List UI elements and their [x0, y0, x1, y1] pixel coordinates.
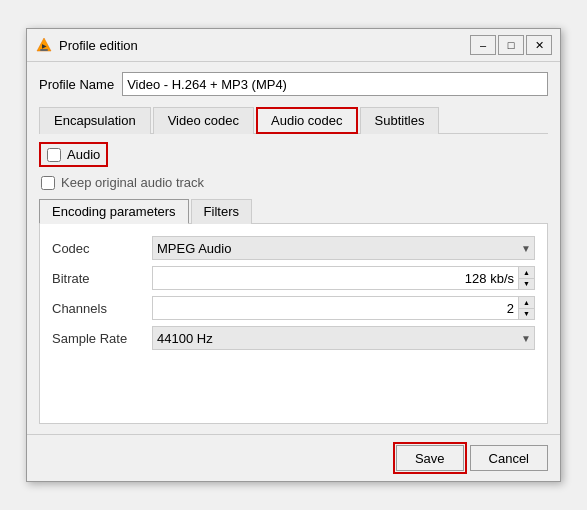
bottom-bar: Save Cancel	[27, 434, 560, 481]
channels-up-button[interactable]: ▲	[519, 297, 534, 308]
window-content: Profile Name Encapsulation Video codec A…	[27, 62, 560, 434]
profile-name-label: Profile Name	[39, 77, 114, 92]
channels-label: Channels	[52, 301, 152, 316]
codec-control: MPEG Audio MP3 AAC Vorbis FLAC ▼	[152, 236, 535, 260]
codec-row: Codec MPEG Audio MP3 AAC Vorbis FLAC ▼	[52, 234, 535, 262]
profile-name-input[interactable]	[122, 72, 548, 96]
profile-name-row: Profile Name	[39, 72, 548, 96]
channels-control: ▲ ▼	[152, 296, 535, 320]
channels-spinbox: ▲ ▼	[152, 296, 535, 320]
svg-text:▶: ▶	[42, 43, 47, 49]
title-bar: ▶ Profile edition – □ ✕	[27, 29, 560, 62]
bitrate-control: ▲ ▼	[152, 266, 535, 290]
channels-spinbox-btns: ▲ ▼	[518, 297, 534, 319]
main-tabs: Encapsulation Video codec Audio codec Su…	[39, 106, 548, 134]
bitrate-spinbox-btns: ▲ ▼	[518, 267, 534, 289]
vlc-icon: ▶	[35, 36, 53, 54]
minimize-button[interactable]: –	[470, 35, 496, 55]
keep-original-label: Keep original audio track	[61, 175, 204, 190]
audio-check-row: Audio	[39, 142, 108, 167]
keep-original-checkbox[interactable]	[41, 176, 55, 190]
audio-label: Audio	[67, 147, 100, 162]
sub-tab-encoding-params[interactable]: Encoding parameters	[39, 199, 189, 224]
channels-down-button[interactable]: ▼	[519, 308, 534, 320]
sample-rate-label: Sample Rate	[52, 331, 152, 346]
tab-encapsulation[interactable]: Encapsulation	[39, 107, 151, 134]
close-button[interactable]: ✕	[526, 35, 552, 55]
sub-tab-filters[interactable]: Filters	[191, 199, 252, 224]
bitrate-row: Bitrate ▲ ▼	[52, 264, 535, 292]
bitrate-label: Bitrate	[52, 271, 152, 286]
channels-input[interactable]	[153, 297, 518, 319]
tab-audio-codec[interactable]: Audio codec	[256, 107, 358, 134]
bitrate-up-button[interactable]: ▲	[519, 267, 534, 278]
sample-rate-row: Sample Rate 8000 Hz 11025 Hz 22050 Hz 44…	[52, 324, 535, 352]
codec-label: Codec	[52, 241, 152, 256]
sub-tabs: Encoding parameters Filters	[39, 198, 548, 224]
tab-video-codec[interactable]: Video codec	[153, 107, 254, 134]
bitrate-down-button[interactable]: ▼	[519, 278, 534, 290]
cancel-button[interactable]: Cancel	[470, 445, 548, 471]
sample-rate-control: 8000 Hz 11025 Hz 22050 Hz 44100 Hz 48000…	[152, 326, 535, 350]
save-button[interactable]: Save	[396, 445, 464, 471]
window-title: Profile edition	[59, 38, 464, 53]
codec-select-wrapper: MPEG Audio MP3 AAC Vorbis FLAC ▼	[152, 236, 535, 260]
svg-rect-1	[40, 49, 48, 51]
params-panel: Codec MPEG Audio MP3 AAC Vorbis FLAC ▼	[39, 224, 548, 424]
window-controls: – □ ✕	[470, 35, 552, 55]
sample-rate-select-wrapper: 8000 Hz 11025 Hz 22050 Hz 44100 Hz 48000…	[152, 326, 535, 350]
sample-rate-select[interactable]: 8000 Hz 11025 Hz 22050 Hz 44100 Hz 48000…	[152, 326, 535, 350]
audio-checkbox[interactable]	[47, 148, 61, 162]
profile-edition-window: ▶ Profile edition – □ ✕ Profile Name Enc…	[26, 28, 561, 482]
bitrate-spinbox: ▲ ▼	[152, 266, 535, 290]
keep-original-row: Keep original audio track	[41, 175, 548, 190]
codec-select[interactable]: MPEG Audio MP3 AAC Vorbis FLAC	[152, 236, 535, 260]
tab-subtitles[interactable]: Subtitles	[360, 107, 440, 134]
bitrate-input[interactable]	[153, 267, 518, 289]
channels-row: Channels ▲ ▼	[52, 294, 535, 322]
maximize-button[interactable]: □	[498, 35, 524, 55]
